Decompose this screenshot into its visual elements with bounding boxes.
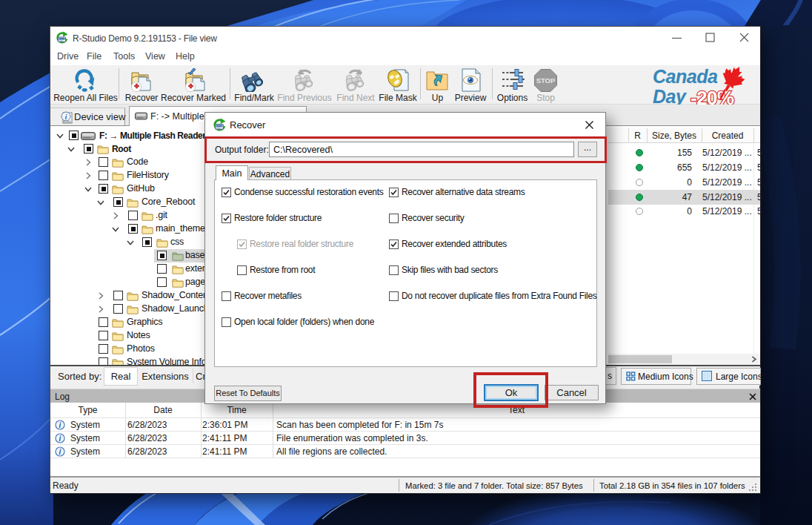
svg-text:STOP: STOP [536, 76, 556, 85]
svg-text:Day: Day [653, 86, 687, 107]
svg-text:Canada: Canada [653, 66, 718, 87]
svg-text:i: i [59, 421, 61, 429]
svg-text:i: i [59, 448, 61, 456]
svg-text:i: i [59, 435, 61, 443]
